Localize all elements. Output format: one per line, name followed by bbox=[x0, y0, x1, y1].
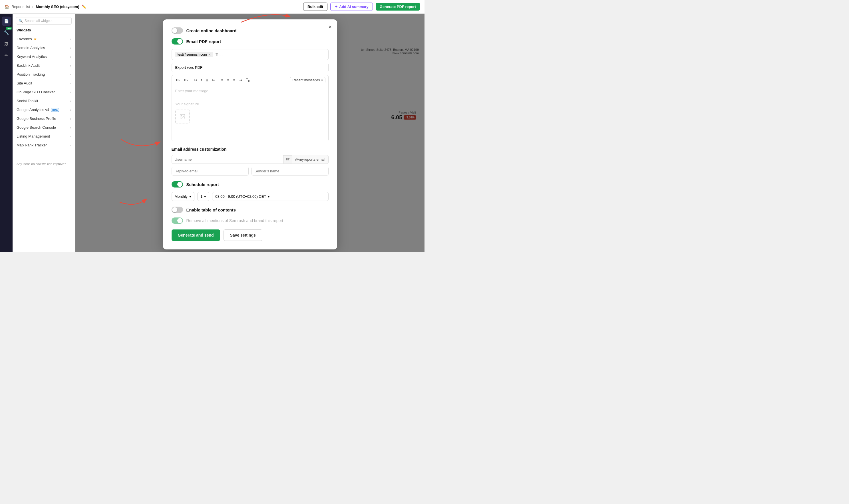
sidebar-item-google-business[interactable]: Google Business Profile › bbox=[13, 114, 75, 123]
italic-button[interactable]: I bbox=[199, 78, 203, 83]
search-icon: 🔍 bbox=[19, 19, 23, 23]
generate-send-button[interactable]: Generate and send bbox=[172, 230, 220, 241]
toggle-track-dashboard[interactable] bbox=[172, 28, 183, 34]
strikethrough-button[interactable]: S bbox=[211, 78, 216, 83]
generate-pdf-button[interactable]: Generate PDF report bbox=[376, 3, 420, 11]
sidebar-search[interactable]: 🔍 Search all widgets bbox=[16, 17, 72, 24]
breadcrumb-current: Monthly SEO (ebay.com) bbox=[36, 4, 79, 9]
toggle-thumb-schedule bbox=[177, 182, 182, 187]
h2-button[interactable]: H₂ bbox=[182, 78, 189, 83]
chevron-icon: › bbox=[70, 82, 71, 85]
sidebar-item-google-analytics[interactable]: Google Analytics v4 beta › bbox=[13, 105, 75, 114]
favorites-label: Favorites bbox=[17, 37, 32, 41]
reply-sender-row bbox=[172, 167, 329, 176]
breadcrumb-sep: › bbox=[32, 4, 33, 9]
svg-rect-3 bbox=[287, 158, 289, 159]
sidebar-item-listing-management[interactable]: Listing Management › bbox=[13, 132, 75, 141]
social-toolkit-label: Social Toolkit bbox=[17, 99, 38, 103]
chevron-icon: › bbox=[70, 117, 71, 121]
icon-bar-image[interactable]: 🖼 bbox=[2, 39, 11, 49]
icon-bar-new[interactable]: 🔧 new bbox=[2, 28, 11, 37]
sidebar-item-site-audit[interactable]: Site Audit › bbox=[13, 79, 75, 88]
recipients-field[interactable]: test@semrush.com ✕ To... bbox=[172, 49, 329, 60]
recent-messages-dropdown[interactable]: Recent messages ▾ bbox=[290, 77, 325, 83]
ordered-list-button[interactable]: ≡ bbox=[220, 78, 225, 83]
unordered-list-button[interactable]: ≡ bbox=[226, 78, 231, 83]
sidebar-item-position-tracking[interactable]: Position Tracking › bbox=[13, 70, 75, 79]
home-icon: 🏠 bbox=[4, 4, 9, 9]
image-upload-placeholder[interactable] bbox=[175, 110, 190, 124]
topbar-actions: Bulk edit ✦ Add AI summary Generate PDF … bbox=[303, 3, 420, 11]
sidebar-item-social-toolkit[interactable]: Social Toolkit › bbox=[13, 96, 75, 105]
sidebar-item-keyword-analytics[interactable]: Keyword Analytics › bbox=[13, 52, 75, 61]
svg-rect-4 bbox=[289, 158, 289, 159]
bold-button[interactable]: B bbox=[193, 78, 198, 83]
star-icon: ★ bbox=[33, 37, 37, 41]
sidebar-item-domain-analytics[interactable]: Domain Analytics › bbox=[13, 43, 75, 52]
email-pdf-toggle[interactable] bbox=[172, 38, 183, 44]
toolbar-separator-2 bbox=[218, 78, 218, 83]
username-grid-icon bbox=[283, 155, 292, 164]
toggle-track-email[interactable] bbox=[172, 38, 183, 44]
bulk-edit-button[interactable]: Bulk edit bbox=[303, 3, 328, 11]
h1-button[interactable]: H₁ bbox=[175, 78, 181, 83]
sender-name-input[interactable] bbox=[251, 167, 329, 176]
reply-to-input[interactable] bbox=[172, 167, 249, 176]
email-pdf-toggle-row: Email PDF report bbox=[172, 38, 329, 44]
chevron-down-icon: ▾ bbox=[189, 194, 191, 199]
schedule-options-row: Monthly ▾ 1 ▾ 08:00 - 9:00 (UTC+02:00) C… bbox=[172, 192, 329, 201]
chevron-icon: › bbox=[70, 37, 71, 41]
indent-button[interactable]: ⇥ bbox=[238, 78, 244, 83]
icon-bar-edit[interactable]: ✏ bbox=[2, 51, 11, 60]
message-body[interactable]: Enter your message Your signature bbox=[172, 85, 328, 141]
breadcrumb: 🏠 Reports list › Monthly SEO (ebay.com) … bbox=[4, 4, 86, 9]
modal-close-button[interactable]: × bbox=[329, 24, 332, 30]
icon-bar-reports[interactable]: 📄 bbox=[2, 17, 11, 26]
username-input[interactable] bbox=[172, 155, 283, 164]
schedule-report-toggle-row: Schedule report bbox=[172, 181, 329, 187]
toc-toggle[interactable] bbox=[172, 206, 183, 213]
underline-button[interactable]: U bbox=[205, 78, 210, 83]
sidebar-item-map-rank-tracker[interactable]: Map Rank Tracker › bbox=[13, 141, 75, 149]
svg-rect-5 bbox=[286, 159, 287, 160]
sidebar-item-google-search-console[interactable]: Google Search Console › bbox=[13, 123, 75, 132]
domain-analytics-label: Domain Analytics bbox=[17, 46, 45, 50]
brand-toggle[interactable] bbox=[172, 217, 183, 224]
subject-input[interactable] bbox=[172, 63, 329, 72]
toggle-thumb-email bbox=[177, 39, 182, 44]
schedule-report-label: Schedule report bbox=[187, 182, 219, 187]
frequency-select[interactable]: Monthly ▾ bbox=[172, 192, 195, 201]
toggle-thumb-brand bbox=[177, 218, 182, 223]
edit-icon[interactable]: ✏️ bbox=[82, 4, 86, 9]
day-select[interactable]: 1 ▾ bbox=[197, 192, 209, 201]
schedule-report-toggle[interactable] bbox=[172, 181, 183, 187]
svg-rect-2 bbox=[286, 158, 287, 159]
add-ai-summary-button[interactable]: ✦ Add AI summary bbox=[330, 3, 373, 11]
icon-bar: 📄 🔧 new 🖼 ✏ bbox=[0, 14, 13, 252]
sidebar-item-favorites[interactable]: Favorites ★ › bbox=[13, 35, 75, 43]
remove-recipient-button[interactable]: ✕ bbox=[208, 53, 211, 56]
save-settings-button[interactable]: Save settings bbox=[224, 230, 262, 241]
sparkle-icon: ✦ bbox=[335, 4, 338, 9]
clear-button[interactable]: Tx bbox=[245, 77, 251, 83]
create-dashboard-toggle[interactable] bbox=[172, 28, 183, 34]
modal-footer: Generate and send Save settings bbox=[172, 230, 329, 241]
svg-rect-7 bbox=[286, 161, 287, 161]
message-placeholder: Enter your message bbox=[175, 89, 325, 93]
reports-list-link[interactable]: Reports list bbox=[12, 4, 30, 9]
email-pdf-label: Email PDF report bbox=[187, 39, 221, 44]
toggle-track-brand[interactable] bbox=[172, 217, 183, 224]
search-placeholder: Search all widgets bbox=[24, 19, 52, 23]
toggle-track-schedule[interactable] bbox=[172, 181, 183, 187]
email-customization-label: Email address customization bbox=[172, 147, 329, 151]
align-button[interactable]: ≡ bbox=[232, 78, 237, 83]
time-select[interactable]: 08:00 - 9:00 (UTC+02:00) CET ▾ bbox=[212, 192, 328, 201]
chevron-down-icon: ▾ bbox=[321, 78, 323, 82]
on-page-seo-label: On Page SEO Checker bbox=[17, 90, 55, 94]
toggle-track-toc[interactable] bbox=[172, 206, 183, 213]
chevron-icon: › bbox=[70, 55, 71, 58]
recipient-placeholder: To... bbox=[215, 53, 223, 57]
signature-placeholder: Your signature bbox=[175, 102, 325, 106]
sidebar-item-backlink-audit[interactable]: Backlink Audit › bbox=[13, 61, 75, 70]
sidebar-item-on-page-seo[interactable]: On Page SEO Checker › bbox=[13, 88, 75, 96]
